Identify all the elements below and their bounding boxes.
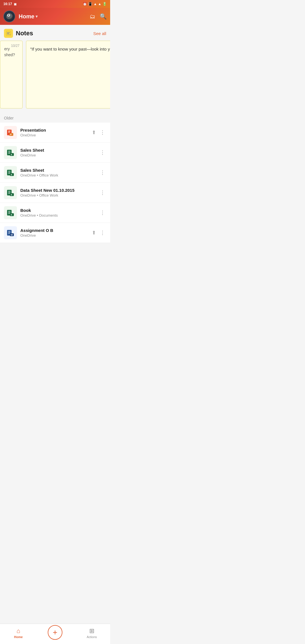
svg-text:X: X (11, 153, 12, 156)
svg-rect-17 (8, 172, 10, 173)
see-all-button[interactable]: See all (93, 31, 106, 36)
upload-icon-presentation[interactable]: ⬆ (92, 129, 96, 136)
avatar[interactable]: 🎱 (3, 10, 15, 22)
status-time-area: 16:17 ▣ (3, 2, 16, 6)
search-icon[interactable]: 🔍 (100, 13, 107, 20)
note-card-1[interactable]: 10/10 "If you want to know your past—loo… (26, 41, 110, 108)
more-icon-data-sheet[interactable]: ⋮ (99, 188, 106, 197)
main-content: Notes See all 10/27 eryshed? 10/10 "If y… (0, 25, 110, 268)
svg-rect-16 (8, 171, 10, 171)
file-icon-ppt: P (4, 126, 17, 139)
svg-rect-10 (8, 152, 10, 153)
svg-rect-39 (8, 233, 10, 234)
file-icon-xls-2: X (4, 166, 17, 179)
file-info-assignment: Assignment O B OneDrive (20, 228, 88, 238)
svg-rect-37 (8, 231, 10, 232)
more-icon-presentation[interactable]: ⋮ (99, 128, 106, 137)
file-location-sales-1: OneDrive (20, 153, 95, 157)
top-actions: 🗂 🔍 (90, 13, 107, 20)
battery-icon: 🔋 (103, 2, 107, 6)
svg-text:X: X (11, 193, 12, 196)
file-name-sales-1: Sales Sheet (20, 148, 95, 153)
file-info-sales-1: Sales Sheet OneDrive (20, 148, 95, 157)
svg-rect-31 (8, 212, 10, 213)
file-name-presentation: Presentation (20, 128, 88, 132)
file-actions-sales-1: ⋮ (99, 148, 106, 157)
file-location-sales-2: OneDrive • Office Work (20, 173, 95, 177)
chevron-down-icon: ▾ (36, 14, 38, 19)
file-actions-assignment: ⬆ ⋮ (92, 229, 106, 237)
file-actions-sales-2: ⋮ (99, 168, 106, 177)
more-icon-book[interactable]: ⋮ (99, 208, 106, 217)
file-info-data-sheet: Data Sheet New 01.10.2015 OneDrive • Off… (20, 188, 95, 197)
svg-text:X: X (11, 173, 12, 176)
file-location-presentation: OneDrive (20, 133, 88, 137)
file-location-book: OneDrive • Documents (20, 213, 95, 217)
svg-rect-3 (8, 131, 10, 131)
home-title-button[interactable]: Home ▾ (19, 13, 86, 20)
file-item-sales-sheet-2[interactable]: X Sales Sheet OneDrive • Office Work ⋮ (0, 163, 110, 183)
file-info-presentation: Presentation OneDrive (20, 128, 88, 137)
file-actions-presentation: ⬆ ⋮ (92, 128, 106, 137)
notes-icon (4, 29, 13, 38)
note-card-partial-left[interactable]: 10/27 eryshed? (0, 41, 23, 108)
notes-section-header: Notes See all (0, 25, 110, 41)
file-actions-data-sheet: ⋮ (99, 188, 106, 197)
file-name-book: Book (20, 208, 95, 213)
note-text-1: "If you want to know your past—look into… (30, 46, 110, 53)
file-item-sales-sheet-1[interactable]: X Sales Sheet OneDrive ⋮ (0, 143, 110, 163)
wifi-icon: ▲ (93, 2, 97, 6)
svg-rect-30 (8, 211, 10, 212)
file-info-book: Book OneDrive • Documents (20, 208, 95, 217)
avatar-image: 🎱 (4, 11, 15, 22)
file-icon-xls-data: X (4, 186, 17, 199)
file-item-book[interactable]: X Book OneDrive • Documents ⋮ (0, 203, 110, 223)
more-icon-assignment[interactable]: ⋮ (99, 229, 106, 237)
file-info-sales-2: Sales Sheet OneDrive • Office Work (20, 168, 95, 177)
file-name-assignment: Assignment O B (20, 228, 88, 233)
notes-carousel: 10/27 eryshed? 10/10 "If you want to kno… (0, 41, 110, 111)
upload-icon-assignment[interactable]: ⬆ (92, 230, 96, 236)
file-location-assignment: OneDrive (20, 233, 88, 238)
status-bar: 16:17 ▣ ⏰ 📳 ▲ ▲ 🔋 (0, 0, 110, 8)
svg-text:X: X (11, 214, 12, 216)
home-label: Home (19, 13, 34, 20)
svg-text:W: W (11, 234, 13, 236)
status-time: 16:17 (3, 2, 12, 6)
file-item-presentation[interactable]: P Presentation OneDrive ⬆ ⋮ (0, 123, 110, 143)
status-icons: ⏰ 📳 ▲ ▲ 🔋 (83, 2, 107, 6)
file-icon-xls-1: X (4, 146, 17, 159)
vibrate-icon: 📳 (88, 2, 92, 6)
file-actions-book: ⋮ (99, 208, 106, 217)
file-list: P Presentation OneDrive ⬆ ⋮ (0, 123, 110, 243)
note-date-0: 10/27 (11, 44, 19, 48)
more-icon-sales-1[interactable]: ⋮ (99, 148, 106, 157)
svg-rect-23 (8, 191, 10, 192)
svg-rect-9 (8, 151, 10, 151)
sim-icon: ▣ (14, 3, 16, 6)
file-name-sales-2: Sales Sheet (20, 168, 95, 173)
older-section-label: Older (0, 111, 110, 123)
file-name-data-sheet: Data Sheet New 01.10.2015 (20, 188, 95, 193)
svg-rect-24 (8, 192, 10, 193)
notes-title: Notes (16, 30, 90, 37)
svg-rect-38 (8, 232, 10, 233)
file-item-data-sheet[interactable]: X Data Sheet New 01.10.2015 OneDrive • O… (0, 183, 110, 203)
file-icon-doc-assignment: W (4, 226, 17, 239)
svg-rect-4 (8, 132, 10, 132)
signal-icon: ▲ (98, 2, 101, 6)
file-icon-xls-book: X (4, 206, 17, 219)
more-icon-sales-2[interactable]: ⋮ (99, 168, 106, 177)
svg-text:P: P (10, 133, 12, 136)
alarm-icon: ⏰ (83, 2, 87, 6)
file-location-data-sheet: OneDrive • Office Work (20, 193, 95, 197)
top-bar: 🎱 Home ▾ 🗂 🔍 (0, 8, 110, 25)
file-item-assignment[interactable]: W Assignment O B OneDrive ⬆ ⋮ (0, 223, 110, 243)
folder-icon[interactable]: 🗂 (90, 13, 95, 20)
